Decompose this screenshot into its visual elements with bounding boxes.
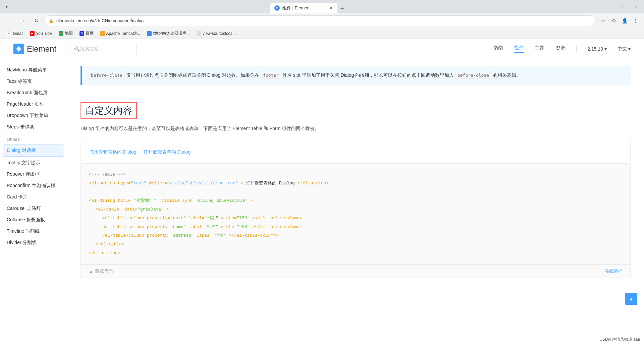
tab-close-button[interactable]: ✕ bbox=[328, 5, 333, 11]
site-logo-text: Element bbox=[27, 44, 56, 54]
code-value-property-name: "name" bbox=[170, 224, 186, 229]
code-line-eldialog-close: </el-dialog> bbox=[89, 249, 622, 257]
bookmark-view-source-label: view-source:local... bbox=[203, 31, 237, 36]
view-source-favicon bbox=[197, 31, 201, 36]
code-line-elbutton: <el-button type="text" @click="dialogTab… bbox=[89, 179, 622, 188]
demo-buttons: 打开嵌套表格的 Dialog 打开嵌套表单的 Dialog bbox=[89, 149, 622, 155]
header-nav: 指南 组件 主题 资源 2.15.13 ▾ 中文 ▾ bbox=[493, 45, 631, 53]
header-divider bbox=[576, 46, 577, 52]
sidebar-item-dropdown[interactable]: Dropdown 下拉菜单 bbox=[0, 110, 67, 121]
bookmark-baidu[interactable]: 百 百度 bbox=[77, 30, 96, 37]
forward-button[interactable]: → bbox=[17, 15, 28, 26]
tomcat-favicon bbox=[100, 31, 105, 36]
info-text-2: 具名 slot 里添加了用于关闭 Dialog 的按钮，那么可以在按钮的点击回调… bbox=[282, 72, 455, 78]
nav-item-components[interactable]: 组件 bbox=[514, 45, 524, 53]
bookmark-maps[interactable]: 📍 地图 bbox=[56, 30, 75, 37]
sidebar-item-popover[interactable]: Popover 弹出框 bbox=[0, 169, 67, 180]
scroll-to-top-button[interactable]: ▲ bbox=[625, 293, 637, 305]
bookmark-chrome-ext[interactable]: chrome浏览器没声... bbox=[144, 30, 193, 37]
sidebar-item-timeline[interactable]: Timeline 时间线 bbox=[0, 226, 67, 237]
bookmark-youtube[interactable]: ▶ YouTube bbox=[27, 31, 54, 37]
address-bar[interactable]: 🔒 element.eleme.cn/#/zh-CN/component/dia… bbox=[44, 15, 596, 26]
code-value-visible: "dialogTableVisible" bbox=[195, 198, 248, 203]
collapse-code-button[interactable]: ▲ 隐藏代码 bbox=[89, 268, 113, 274]
header-search-box[interactable]: 🔍 搜索文档 bbox=[70, 43, 137, 55]
sidebar-group-others: Others bbox=[0, 133, 67, 144]
browser-titlebar: ▼ E 组件 | Element ✕ + ─ □ ✕ bbox=[0, 0, 644, 13]
code-attr-property-name: property= bbox=[147, 224, 170, 229]
code-area: <!-- Table --> <el-button type="text" @c… bbox=[80, 164, 631, 265]
nav-actions: ☆ ⚙ 👤 ⋮ bbox=[598, 16, 640, 25]
code-attr-property-date: property= bbox=[147, 216, 170, 221]
sidebar-item-card[interactable]: Card 卡片 bbox=[0, 191, 67, 203]
close-window-button[interactable]: ✕ bbox=[631, 1, 641, 12]
search-icon: 🔍 bbox=[74, 46, 80, 52]
sidebar-item-divider[interactable]: Divider 分割线 bbox=[0, 237, 67, 248]
page-body: NavMenu 导航菜单 Tabs 标签页 Breadcrumb 面包屑 Pag… bbox=[0, 59, 644, 345]
code-attr-title: title= bbox=[118, 198, 133, 203]
version-selector[interactable]: 2.15.13 ▾ bbox=[587, 46, 607, 52]
sidebar-item-breadcrumb[interactable]: Breadcrumb 面包屑 bbox=[0, 87, 67, 99]
info-text-3: 的相关逻辑。 bbox=[493, 72, 521, 78]
language-text: 中文 bbox=[618, 46, 627, 52]
bookmark-view-source[interactable]: view-source:local... bbox=[194, 31, 239, 37]
bookmark-maps-label: 地图 bbox=[65, 31, 73, 36]
code-value-property-date: "date" bbox=[170, 216, 186, 221]
code-attr-data: :data= bbox=[122, 207, 138, 212]
sidebar-item-popconfirm[interactable]: Popconfirm 气泡确认框 bbox=[0, 180, 67, 191]
sidebar-item-dialog[interactable]: Dialog 对话框 bbox=[3, 145, 64, 157]
code-attr-width-date: width= bbox=[221, 216, 237, 221]
restore-button[interactable]: □ bbox=[619, 1, 629, 12]
back-button[interactable]: ← bbox=[4, 15, 15, 26]
browser-navbar: ← → ↻ 🔒 element.eleme.cn/#/zh-CN/compone… bbox=[0, 13, 644, 28]
version-text: 2.15.13 bbox=[587, 46, 603, 52]
new-tab-button[interactable]: + bbox=[337, 4, 347, 13]
address-text: element.eleme.cn/#/zh-CN/component/dialo… bbox=[56, 18, 591, 23]
sidebar-item-tooltip[interactable]: Tooltip 文字提示 bbox=[0, 157, 67, 169]
before-close-info-box: before-close 仅当用户通过点击关闭图标或遮罩关闭 Dialog 时起… bbox=[80, 66, 631, 85]
bookmark-gmail[interactable]: M Gmail bbox=[4, 31, 26, 37]
profile-button[interactable]: 👤 bbox=[620, 16, 629, 25]
code-tag-eldialog-open: <el-dialog bbox=[89, 198, 115, 203]
sidebar-item-collapse[interactable]: Collapse 折叠面板 bbox=[0, 214, 67, 226]
code-attr-type: type= bbox=[118, 181, 131, 186]
code-value-text: "text" bbox=[131, 181, 147, 186]
code-attr-label-date: label= bbox=[189, 216, 204, 221]
code-tag-col-address-close: ></el-table-column> bbox=[229, 233, 278, 238]
open-form-dialog-button[interactable]: 打开嵌套表单的 Dialog bbox=[143, 149, 191, 155]
nav-item-resources[interactable]: 资源 bbox=[555, 45, 566, 53]
bookmark-tomcat-label: Apache Tomcat®... bbox=[106, 31, 140, 36]
bookmark-star-button[interactable]: ☆ bbox=[598, 16, 608, 25]
page-content: Element 🔍 搜索文档 指南 组件 主题 资源 2.15.13 ▾ 中文 … bbox=[0, 39, 644, 345]
section-title: 自定义内容 bbox=[80, 102, 137, 119]
baidu-favicon: 百 bbox=[79, 31, 84, 36]
nav-item-theme[interactable]: 主题 bbox=[535, 45, 545, 53]
version-chevron-icon: ▾ bbox=[604, 46, 607, 52]
reload-button[interactable]: ↻ bbox=[31, 15, 42, 26]
bookmark-tomcat[interactable]: Apache Tomcat®... bbox=[98, 31, 143, 37]
maps-favicon: 📍 bbox=[59, 31, 63, 36]
menu-button[interactable]: ⋮ bbox=[631, 16, 640, 25]
code-value-title: "收货地址" bbox=[133, 198, 156, 203]
browser-tab-active[interactable]: E 组件 | Element ✕ bbox=[270, 3, 337, 13]
element-logo-icon bbox=[13, 44, 24, 54]
language-selector[interactable]: 中文 ▾ bbox=[618, 46, 631, 52]
minimize-button[interactable]: ─ bbox=[606, 1, 617, 12]
nav-item-guide[interactable]: 指南 bbox=[493, 45, 503, 53]
info-code-before-close-2: before-close bbox=[455, 72, 491, 79]
code-tag-col-date: <el-table-column bbox=[102, 216, 144, 221]
code-line-col-name: <el-table-column property="name" label="… bbox=[89, 223, 622, 231]
sidebar-item-carousel[interactable]: Carousel 走马灯 bbox=[0, 203, 67, 214]
online-run-button[interactable]: 在线运行 bbox=[605, 268, 622, 274]
sidebar-item-navmenu[interactable]: NavMenu 导航菜单 bbox=[0, 64, 67, 76]
code-value-property-address: "address" bbox=[170, 233, 194, 238]
sidebar-item-steps[interactable]: Steps 步骤条 bbox=[0, 121, 67, 133]
sidebar-item-pageheader[interactable]: PageHeader 页头 bbox=[0, 99, 67, 110]
code-value-width-date: "150" bbox=[237, 216, 250, 221]
code-comment-table: <!-- Table --> bbox=[89, 170, 622, 179]
open-table-dialog-button[interactable]: 打开嵌套表格的 Dialog bbox=[89, 149, 137, 155]
sidebar-item-tabs[interactable]: Tabs 标签页 bbox=[0, 76, 67, 87]
extensions-button[interactable]: ⚙ bbox=[609, 16, 619, 25]
tab-overflow-button[interactable]: ▼ bbox=[3, 3, 11, 11]
code-line-col-date: <el-table-column property="date" label="… bbox=[89, 214, 622, 223]
